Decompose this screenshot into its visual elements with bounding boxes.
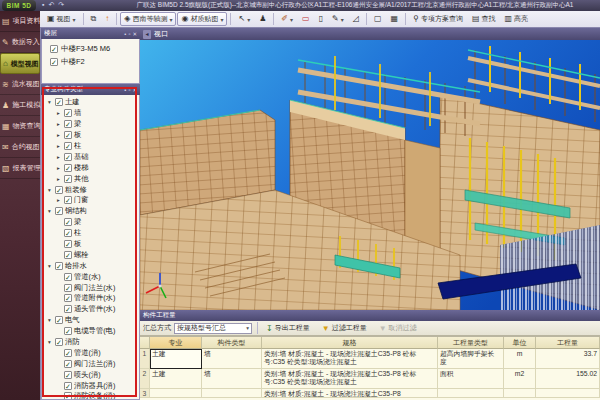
pin-icon[interactable]: ▪ [124,87,126,93]
float-icon[interactable]: ▫ [128,87,130,93]
checkbox-checked-icon[interactable]: ✓ [55,98,63,106]
chevron-right-icon[interactable]: ▸ [55,176,62,182]
toolbar-highlight-button[interactable]: ▥高亮 [500,12,532,26]
toolbar-special-plan-query-button[interactable]: ⚲专项方案查询 [409,12,467,26]
tree-item[interactable]: ✓管道(消) [44,347,139,358]
tree-item[interactable]: ✓电缆导管(电) [44,326,139,337]
floor-item[interactable]: ✓中楼F2 [50,55,139,68]
quantity-cell[interactable] [536,389,600,398]
checkbox-checked-icon[interactable]: ✓ [64,164,72,172]
summary-mode-select[interactable]: 按规格型号汇总 ▾ [174,323,252,334]
toolbar-section-box-button[interactable]: ▢ [370,12,386,26]
toolbar-measure-tape-button[interactable]: ✐▾ [277,12,297,26]
checkbox-checked-icon[interactable]: ✓ [64,251,72,259]
column-header[interactable]: 工程量类型 [438,337,504,349]
model-3d-view[interactable] [140,40,600,310]
checkbox-checked-icon[interactable]: ✓ [50,58,58,66]
checkbox-checked-icon[interactable]: ✓ [64,273,72,281]
tree-item[interactable]: ✓阀门法兰(水) [44,282,139,293]
chevron-right-icon[interactable]: ▸ [55,110,62,116]
toolbar-measure-angle-button[interactable]: ◿ [349,12,363,26]
chevron-down-icon[interactable]: ▾ [46,99,53,105]
toolbar-measure-draw-button[interactable]: ✎▾ [328,12,348,26]
sidebar-item-material-query[interactable]: ▦物资查询 [0,116,40,137]
sidebar-item-construction-sim[interactable]: ♟施工模拟 [0,95,40,116]
row-number-cell[interactable]: 2 [140,369,150,389]
checkbox-checked-icon[interactable]: ✓ [64,142,72,150]
checkbox-checked-icon[interactable]: ✓ [64,240,72,248]
component-type-cell[interactable]: 墙 [202,349,262,369]
toolbar-view-direction-button[interactable]: ◈西南等轴测▾ [120,12,176,26]
specialty-cell[interactable]: 土建 [150,369,202,389]
chevron-right-icon[interactable]: ▸ [55,143,62,149]
toolbar-material-map-button[interactable]: ◉材质贴图▾ [177,12,227,26]
export-quantities-button[interactable]: ↧导出工程量 [263,322,313,334]
spec-cell[interactable]: 类别:墙 材质:混凝土 - 现场浇注混凝土C35-P8 砼标号:C35 砼类型:… [262,369,438,389]
tree-item[interactable]: ✓通头管件(水) [44,304,139,315]
tree-item[interactable]: ✓喷头(消) [44,369,139,380]
save-icon[interactable]: ▪ [42,1,44,9]
row-number-cell[interactable]: 1 [140,349,150,369]
component-type-cell[interactable]: 墙 [202,369,262,389]
chevron-down-icon[interactable]: ▾ [46,187,53,193]
tree-item[interactable]: ✓消防器具(消) [44,380,139,391]
toolbar-measure-clear-button[interactable]: ▭ [298,12,314,26]
chevron-right-icon[interactable]: ▸ [55,121,62,127]
sidebar-item-data-import[interactable]: ✎数据导入 [0,32,40,53]
pin-icon[interactable]: ▪ [124,31,126,37]
floor-item[interactable]: ✓中楼F3-M5 M6 [50,42,139,55]
chevron-down-icon[interactable]: ▾ [46,339,53,345]
tree-item[interactable]: ✓管道(水) [44,271,139,282]
tree-item[interactable]: ✓柱 [44,228,139,239]
chevron-down-icon[interactable]: ▾ [46,208,53,214]
tree-item[interactable]: ▸✓柱 [44,141,139,152]
collapse-panel-icon[interactable]: ◂ [143,30,151,39]
panel-window-controls[interactable]: ▪▫✕ [124,31,137,37]
unit-cell[interactable]: m [504,349,536,369]
tree-item[interactable]: ✓管道附件(水) [44,293,139,304]
tree-item[interactable]: ▾✓粗装修 [44,184,139,195]
tree-item[interactable]: ▸✓梁 [44,119,139,130]
cancel-filter-button[interactable]: ▼取消过滤 [376,322,420,334]
checkbox-checked-icon[interactable]: ✓ [55,338,63,346]
spec-cell[interactable]: 类别:墙 材质:混凝土 - 现场浇注混凝土C35-P8 砼标号:C35 砼类型:… [262,349,438,369]
tree-item[interactable]: ▾✓土建 [44,97,139,108]
toolbar-select-button[interactable]: ↖▾ [234,12,254,26]
quantity-cell[interactable]: 155.02 [536,369,600,389]
table-row[interactable]: 3类别:墙 材质:混凝土 - 现场浇注混凝土C35-P8 [140,389,600,398]
tree-item[interactable]: ▸✓基础 [44,151,139,162]
quantity-type-cell[interactable]: 超高内墙脚手架长度 [438,349,504,369]
toolbar-view-button[interactable]: ▣视图▾ [43,12,80,26]
tree-item[interactable]: ✓消防设备(消) [44,391,139,400]
unit-cell[interactable]: m2 [504,369,536,389]
checkbox-checked-icon[interactable]: ✓ [64,120,72,128]
checkbox-checked-icon[interactable]: ✓ [64,327,72,335]
column-header[interactable]: 专业 [150,337,202,349]
table-row[interactable]: 1土建墙类别:墙 材质:混凝土 - 现场浇注混凝土C35-P8 砼标号:C35 … [140,349,600,369]
tree-item[interactable]: ✓梁 [44,217,139,228]
column-header[interactable]: 工程量 [536,337,600,349]
column-header[interactable]: 单位 [504,337,536,349]
checkbox-checked-icon[interactable]: ✓ [64,305,72,313]
close-icon[interactable]: ✕ [132,87,137,93]
tree-item[interactable]: ▸✓板 [44,130,139,141]
sidebar-item-model-view[interactable]: ⌂模型视图 [0,53,40,74]
sidebar-item-flow-view[interactable]: ≋流水视图 [0,74,40,95]
checkbox-checked-icon[interactable]: ✓ [64,175,72,183]
checkbox-checked-icon[interactable]: ✓ [55,186,63,194]
tree-item[interactable]: ▾✓消防 [44,337,139,348]
table-row[interactable]: 2土建墙类别:墙 材质:混凝土 - 现场浇注混凝土C35-P8 砼标号:C35 … [140,369,600,389]
tree-item[interactable]: ▾✓电气 [44,315,139,326]
chevron-down-icon[interactable]: ▾ [46,263,53,269]
column-header[interactable]: 构件类型 [202,337,262,349]
toolbar-measure-vertical-button[interactable]: ▯ [315,12,327,26]
tree-item[interactable]: ▸✓楼梯 [44,162,139,173]
chevron-right-icon[interactable]: ▸ [55,197,62,203]
quantity-type-cell[interactable]: 面积 [438,369,504,389]
checkbox-checked-icon[interactable]: ✓ [55,262,63,270]
sidebar-item-project-info[interactable]: ▤项目资料 [0,11,40,32]
filter-quantities-button[interactable]: ▼过滤工程量 [319,322,370,334]
checkbox-checked-icon[interactable]: ✓ [64,153,72,161]
chevron-down-icon[interactable]: ▾ [46,317,53,323]
checkbox-checked-icon[interactable]: ✓ [55,207,63,215]
